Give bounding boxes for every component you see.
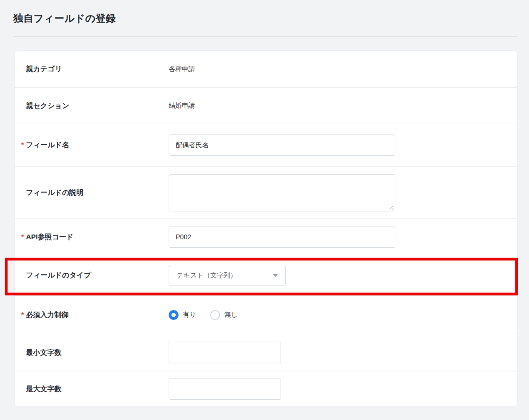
field-type-select[interactable]: テキスト（文字列） bbox=[169, 265, 286, 286]
parent-section-value: 結婚申請 bbox=[169, 101, 195, 110]
required-asterisk: * bbox=[21, 141, 24, 149]
field-description-textarea[interactable] bbox=[169, 174, 395, 211]
row-required-control: * 必須入力制御 有り 無し bbox=[15, 295, 517, 334]
min-chars-input[interactable] bbox=[169, 342, 281, 363]
required-asterisk: * bbox=[21, 311, 24, 319]
row-min-chars: 最小文字数 bbox=[15, 334, 517, 371]
radio-option-yes[interactable]: 有り bbox=[169, 310, 196, 320]
field-name-label: * フィールド名 bbox=[26, 141, 169, 150]
radio-option-no[interactable]: 無し bbox=[210, 310, 238, 320]
field-registration-form: 親カテゴリ 各種申請 親セクション 結婚申請 * フィールド名 フィールドの説明… bbox=[15, 51, 517, 406]
field-type-selected-value: テキスト（文字列） bbox=[177, 271, 237, 280]
api-code-label: * API参照コード bbox=[26, 233, 169, 242]
min-chars-label: 最小文字数 bbox=[26, 348, 169, 357]
max-chars-label: 最大文字数 bbox=[26, 385, 169, 394]
page-header: 独自フィールドの登録 bbox=[0, 0, 529, 36]
row-parent-category: 親カテゴリ 各種申請 bbox=[15, 51, 517, 87]
field-type-label: フィールドのタイプ bbox=[26, 271, 169, 280]
required-asterisk: * bbox=[21, 233, 24, 241]
api-code-input[interactable] bbox=[169, 227, 395, 248]
radio-selected-icon[interactable] bbox=[169, 310, 179, 320]
required-control-radio-group: 有り 無し bbox=[169, 310, 238, 320]
field-description-wrap bbox=[169, 174, 395, 211]
header-divider bbox=[13, 36, 517, 37]
chevron-down-icon bbox=[273, 274, 278, 277]
parent-category-label: 親カテゴリ bbox=[26, 65, 169, 74]
field-name-input[interactable] bbox=[169, 134, 395, 156]
required-control-label: * 必須入力制御 bbox=[26, 311, 169, 319]
radio-unselected-icon[interactable] bbox=[210, 310, 220, 320]
row-api-code: * API参照コード bbox=[15, 218, 517, 255]
row-field-description: フィールドの説明 bbox=[15, 166, 517, 218]
row-field-type: フィールドのタイプ テキスト（文字列） bbox=[15, 255, 517, 295]
max-chars-input[interactable] bbox=[169, 378, 281, 400]
row-field-name: * フィールド名 bbox=[15, 124, 517, 166]
parent-category-value: 各種申請 bbox=[169, 65, 195, 74]
row-max-chars: 最大文字数 bbox=[15, 371, 517, 406]
field-description-label: フィールドの説明 bbox=[26, 188, 169, 197]
row-parent-section: 親セクション 結婚申請 bbox=[15, 87, 517, 124]
page-title: 独自フィールドの登録 bbox=[13, 12, 116, 25]
parent-section-label: 親セクション bbox=[26, 101, 169, 110]
